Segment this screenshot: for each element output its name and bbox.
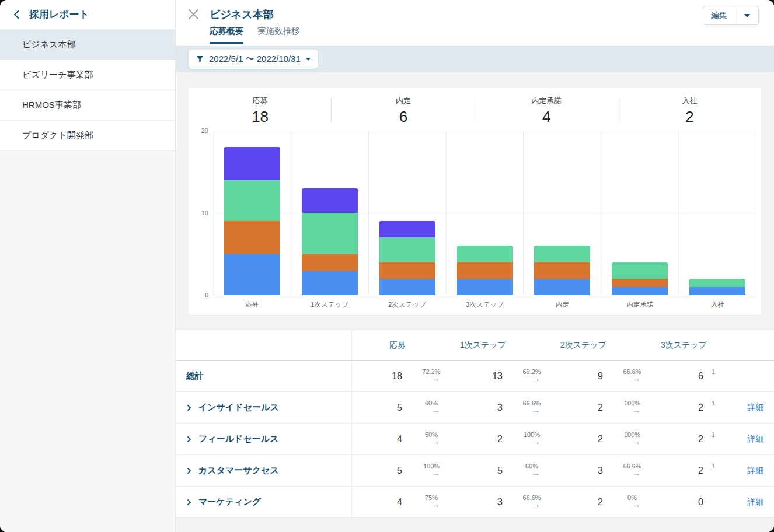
- stacked-bar[interactable]: [612, 262, 668, 295]
- date-range-filter-button[interactable]: 2022/5/1 〜 2022/10/31: [189, 50, 318, 69]
- row-name[interactable]: フィールドセールス: [198, 433, 278, 444]
- x-labels: 応募1次ステップ2次ステップ3次ステップ内定内定承諾入社: [213, 300, 756, 309]
- applied-count: 5: [352, 402, 410, 413]
- chevron-down-icon: [744, 14, 750, 18]
- row-name-cell[interactable]: カスタマーサクセス: [176, 455, 352, 486]
- plot-columns: [213, 131, 756, 295]
- chevron-down-icon: [306, 58, 311, 61]
- back-chevron-icon[interactable]: [11, 9, 21, 20]
- detail-link[interactable]: 詳細: [737, 402, 774, 413]
- step3-count: 2: [653, 466, 712, 476]
- y-tick-label: 20: [189, 127, 208, 134]
- sidebar-item-product-dev[interactable]: プロダクト開発部: [0, 121, 175, 151]
- sidebar-title: 採用レポート: [29, 8, 89, 21]
- bar-segment[interactable]: [689, 279, 745, 287]
- clipped-next-value: 1: [712, 424, 737, 438]
- x-axis-label: 応募: [213, 300, 291, 309]
- edit-button[interactable]: 編集: [703, 6, 735, 25]
- chevron-right-icon: [186, 405, 192, 411]
- chevron-right-icon: [186, 468, 192, 474]
- step1-count: 3: [452, 402, 511, 413]
- stacked-bar[interactable]: [457, 246, 513, 295]
- row-name[interactable]: マーケティング: [198, 496, 261, 508]
- applied-count: 4: [352, 434, 410, 444]
- stacked-bar[interactable]: [224, 147, 280, 295]
- sidebar-item-label: HRMOS事業部: [22, 100, 81, 111]
- step2-count: 2: [553, 497, 611, 508]
- row-name[interactable]: インサイドセールス: [198, 402, 279, 413]
- transition-rate: 66.6%→: [511, 494, 553, 510]
- detail-link[interactable]: 詳細: [737, 434, 774, 444]
- row-name[interactable]: カスタマーサクセス: [198, 465, 279, 476]
- close-icon[interactable]: [187, 8, 200, 20]
- stacked-bar[interactable]: [689, 279, 745, 295]
- bar-segment[interactable]: [379, 279, 435, 295]
- arrow-right-icon: →: [532, 468, 541, 478]
- sidebar-item-business-hq[interactable]: ビジネス本部: [0, 30, 175, 60]
- sidebar-item-bizreach[interactable]: ビズリーチ事業部: [0, 60, 175, 90]
- bar-segment[interactable]: [224, 180, 280, 221]
- bar-segment[interactable]: [379, 221, 435, 237]
- applied-count: 5: [352, 466, 410, 476]
- arrow-right-icon: →: [532, 500, 541, 510]
- bar-segment[interactable]: [534, 246, 590, 262]
- bar-segment[interactable]: [534, 279, 590, 295]
- stat-joined: 入社 2: [618, 92, 761, 127]
- detail-link[interactable]: 詳細: [737, 466, 774, 476]
- bar-segment[interactable]: [457, 279, 513, 295]
- bar-segment[interactable]: [302, 213, 358, 254]
- sidebar-item-label: ビジネス本部: [22, 39, 75, 50]
- sidebar-header: 採用レポート: [0, 0, 175, 30]
- transition-rate: 60%→: [511, 463, 553, 478]
- stacked-bar[interactable]: [302, 188, 358, 295]
- bar-segment[interactable]: [379, 262, 435, 279]
- step1-count: 13: [452, 371, 511, 382]
- y-tick-label: 0: [189, 292, 208, 299]
- stat-label: 応募: [253, 96, 268, 106]
- bar-segment[interactable]: [302, 271, 358, 295]
- bar-segment[interactable]: [379, 237, 435, 262]
- bar-segment[interactable]: [224, 221, 280, 254]
- clipped-next-value: [712, 487, 737, 494]
- row-name-cell[interactable]: マーケティング: [176, 487, 352, 517]
- plot-column: [523, 131, 601, 295]
- bar-segment[interactable]: [612, 287, 668, 295]
- table-row-customer-success: カスタマーサクセス 5 100%→ 5 60%→ 3 66.6%→ 2 1 詳細: [176, 455, 774, 487]
- step1-count: 2: [452, 434, 511, 444]
- transition-rate: 72.2%→: [410, 368, 452, 384]
- x-axis-label: 3次ステップ: [446, 300, 524, 309]
- bar-segment[interactable]: [302, 254, 358, 271]
- bar-segment[interactable]: [224, 147, 280, 180]
- x-axis-label: 2次ステップ: [368, 300, 446, 309]
- table-header-row: 応募 1次ステップ 2次ステップ 3次ステップ: [176, 330, 774, 360]
- y-tick-label: 10: [189, 209, 208, 216]
- transition-rate: 66.6%→: [611, 463, 653, 478]
- bar-segment[interactable]: [457, 262, 513, 279]
- sidebar-item-hrmos[interactable]: HRMOS事業部: [0, 90, 175, 121]
- bar-segment[interactable]: [689, 287, 745, 295]
- row-name-cell[interactable]: フィールドセールス: [176, 424, 352, 454]
- bar-segment[interactable]: [457, 246, 513, 262]
- detail-link[interactable]: 詳細: [737, 497, 774, 508]
- arrow-right-icon: →: [532, 437, 541, 447]
- tab-execution-trend[interactable]: 実施数推移: [257, 26, 300, 44]
- row-name-cell[interactable]: インサイドセールス: [176, 392, 352, 423]
- stacked-bar[interactable]: [379, 221, 435, 295]
- stat-label: 内定: [396, 96, 411, 106]
- bar-segment[interactable]: [612, 279, 668, 287]
- bar-segment[interactable]: [534, 262, 590, 279]
- bar-segment[interactable]: [224, 254, 280, 295]
- tab-bar: 応募概要 実施数推移: [210, 26, 300, 44]
- stacked-bar[interactable]: [534, 246, 590, 295]
- tab-application-summary[interactable]: 応募概要: [210, 26, 243, 44]
- step3-count: 2: [653, 434, 712, 444]
- edit-dropdown-button[interactable]: [735, 6, 759, 25]
- step3-count: 0: [653, 497, 712, 508]
- bar-segment[interactable]: [302, 188, 358, 213]
- bar-segment[interactable]: [612, 262, 668, 279]
- transition-rate: 60%→: [410, 400, 452, 415]
- x-axis-label: 内定: [524, 300, 601, 309]
- plot-column: [678, 131, 756, 295]
- x-axis-label: 入社: [679, 300, 756, 309]
- plot-column: [291, 131, 368, 295]
